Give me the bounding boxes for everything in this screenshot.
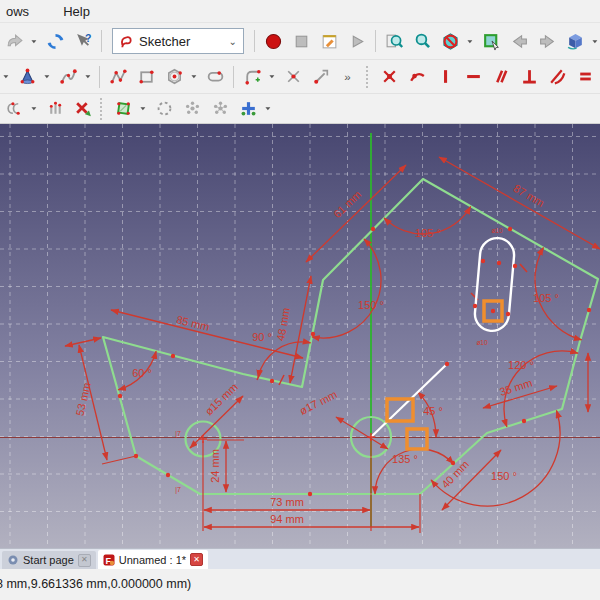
toggle-virtual-space-button[interactable] (234, 95, 262, 123)
execute-macro-button[interactable] (343, 27, 371, 55)
constraint-perpendicular-button[interactable] (515, 63, 543, 91)
external-geometry-button[interactable] (307, 63, 335, 91)
increase-bspline-degree-button[interactable] (178, 95, 206, 123)
virtual-space-dropdown[interactable] (262, 95, 275, 123)
angle-label[interactable]: 105 ° (415, 227, 441, 239)
sketch-point[interactable] (508, 227, 512, 231)
tab-label: Start page (23, 554, 74, 566)
angle-label[interactable]: 45 ° (423, 405, 443, 417)
menu-item-help[interactable]: Help (59, 2, 94, 21)
clone-button[interactable] (0, 95, 28, 123)
fit-selection-button[interactable] (408, 27, 436, 55)
constraint-point-on-object-button[interactable] (403, 63, 431, 91)
trim-edge-button[interactable] (279, 63, 307, 91)
sketch-point[interactable] (481, 259, 485, 263)
sketch-point[interactable] (497, 261, 501, 265)
sketch-point[interactable] (513, 264, 517, 268)
conic-dropdown[interactable] (41, 63, 54, 91)
dimension-label[interactable]: 94 mm (270, 513, 304, 525)
sketch-point[interactable] (587, 308, 591, 312)
sketch-point[interactable] (270, 379, 274, 383)
menu-item-windows[interactable]: ows (2, 2, 33, 21)
sketch-canvas[interactable]: 85 mm61 mm87 mm53 mm48 mm35 mm40 mm24 mm… (0, 124, 600, 548)
create-bspline-button[interactable] (54, 63, 82, 91)
create-conic-button[interactable] (13, 63, 41, 91)
fillet-button[interactable] (238, 63, 266, 91)
workbench-selector[interactable]: Sketcher ⌄ (112, 28, 244, 54)
sketch-point[interactable] (308, 492, 312, 496)
convert-to-bspline-button[interactable] (150, 95, 178, 123)
redo-button[interactable] (0, 27, 28, 55)
create-slot-button[interactable] (201, 63, 229, 91)
constraint-coincident-button[interactable] (375, 63, 403, 91)
fit-all-button[interactable] (380, 27, 408, 55)
stop-macro-button[interactable] (287, 27, 315, 55)
start-page-icon (7, 554, 19, 566)
create-rectangle-button[interactable] (132, 63, 160, 91)
clone-dropdown[interactable] (28, 95, 41, 123)
redo-dropdown[interactable] (28, 27, 41, 55)
nav-back-button[interactable] (505, 27, 533, 55)
sketch-point[interactable] (451, 461, 455, 465)
constraint-parallel-button[interactable] (487, 63, 515, 91)
angle-label[interactable]: 60 ° (132, 367, 152, 379)
toolbar-row-2: » (0, 59, 600, 93)
angle-label[interactable]: 150 ° (491, 470, 517, 482)
constraint-tangent-button[interactable] (543, 63, 571, 91)
sketch-point[interactable] (445, 362, 449, 366)
whats-this-button[interactable]: ? (69, 27, 97, 55)
angle-label[interactable]: 135 ° (392, 453, 418, 465)
angle-label[interactable]: 120 ° (508, 359, 534, 371)
tab-close-button[interactable]: ✕ (78, 554, 91, 567)
select-elements-button[interactable] (41, 95, 69, 123)
document-tab-start-page[interactable]: Start page✕ (2, 551, 96, 569)
viewport-background (0, 124, 600, 548)
refresh-button[interactable] (41, 27, 69, 55)
sketch-point[interactable] (371, 227, 375, 231)
fillet-dropdown[interactable] (266, 63, 279, 91)
sketch-point[interactable] (134, 454, 138, 458)
3d-viewport[interactable]: 85 mm61 mm87 mm53 mm48 mm35 mm40 mm24 mm… (0, 124, 600, 548)
constraint-vertical-button[interactable] (431, 63, 459, 91)
sketch-point[interactable] (506, 312, 510, 316)
sketch-point[interactable] (522, 419, 526, 423)
nav-forward-button[interactable] (533, 27, 561, 55)
angle-label[interactable]: 105 ° (533, 292, 559, 304)
sketch-point[interactable] (311, 332, 315, 336)
sketch-point[interactable] (118, 394, 122, 398)
tab-close-button[interactable]: ✕ (190, 553, 203, 566)
show-hide-dropdown[interactable] (137, 95, 150, 123)
sketch-point[interactable] (171, 354, 175, 358)
sketch-point[interactable] (166, 473, 170, 477)
decrease-bspline-degree-button[interactable] (206, 95, 234, 123)
bspline-dropdown[interactable] (82, 63, 95, 91)
constraint-equal-button[interactable] (571, 63, 599, 91)
isometric-view-button[interactable] (561, 27, 589, 55)
conics-dropdown[interactable] (0, 63, 13, 91)
coincident-constraint-mark: |7 (175, 486, 181, 494)
box-selection-button[interactable] (477, 27, 505, 55)
dimension-label[interactable]: 24 mm (209, 449, 221, 483)
draw-style-dropdown[interactable] (464, 27, 477, 55)
view-dropdown[interactable] (589, 27, 600, 55)
edit-macro-button[interactable] (315, 27, 343, 55)
workbench-selector-value: Sketcher (139, 34, 224, 49)
sketch-point[interactable] (473, 304, 477, 308)
angle-label[interactable]: 150 ° (358, 299, 384, 311)
record-macro-button[interactable] (259, 27, 287, 55)
draw-style-button[interactable] (436, 27, 464, 55)
constraint-horizontal-button[interactable] (459, 63, 487, 91)
delete-all-geometry-button[interactable] (69, 95, 97, 123)
create-polyline-button[interactable] (104, 63, 132, 91)
angle-label[interactable]: 90 ° (252, 331, 272, 343)
svg-text:»: » (344, 70, 350, 83)
polygon-dropdown[interactable] (188, 63, 201, 91)
show-hide-geometry-button[interactable] (109, 95, 137, 123)
sketch-point[interactable] (491, 309, 495, 313)
cursor-coordinates: 8 mm,9.661336 mm,0.000000 mm) (0, 575, 191, 591)
dimension-label[interactable]: 73 mm (270, 496, 304, 508)
toolbar-overflow-button[interactable]: » (335, 63, 363, 91)
document-tab-unnamed[interactable]: FUnnamed : 1*✕ (98, 550, 208, 569)
create-polygon-button[interactable] (160, 63, 188, 91)
tiny-dimension-label: ø10 (491, 227, 503, 234)
